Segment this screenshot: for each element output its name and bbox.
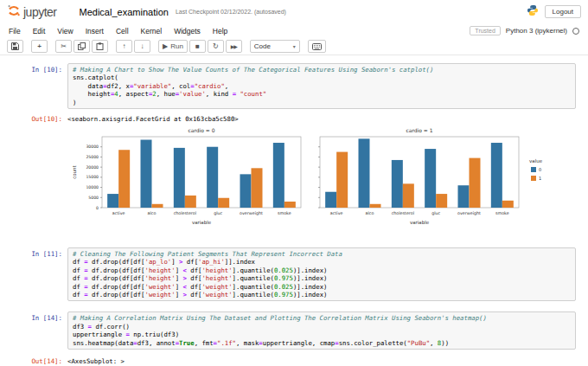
restart-kernel-button[interactable]: ↻ bbox=[208, 40, 224, 53]
output-row-out10: Out[10]: <seaborn.axisgrid.FacetGrid at … bbox=[0, 112, 576, 123]
add-cell-button[interactable]: + bbox=[31, 40, 48, 53]
svg-text:cholesterol: cholesterol bbox=[174, 211, 196, 215]
copy-icon bbox=[78, 42, 86, 50]
interrupt-kernel-button[interactable]: ■ bbox=[189, 40, 206, 53]
scissors-icon: ✂ bbox=[61, 42, 67, 50]
output-row-out14: Out[14]: <AxesSubplot: > bbox=[0, 355, 576, 365]
code-editor-in11[interactable]: # Cleaning The Following Patient Segment… bbox=[67, 247, 576, 301]
cell-type-select[interactable]: Code ▾ bbox=[250, 40, 300, 53]
jupyter-logo-icon bbox=[7, 3, 21, 21]
code-line: df = df.drop(df[df['height'] < df['heigh… bbox=[73, 266, 571, 274]
svg-text:0: 0 bbox=[96, 206, 99, 210]
svg-text:smoke: smoke bbox=[278, 211, 291, 215]
code-editor-in14[interactable]: # Making A Correlation Matrix Using The … bbox=[67, 311, 576, 350]
svg-text:20000: 20000 bbox=[86, 165, 99, 170]
code-line: df = df.drop(df[df['weight'] > df['weigh… bbox=[73, 291, 571, 299]
code-cell-in14[interactable]: In [14]: # Making A Correlation Matrix U… bbox=[0, 311, 576, 350]
menu-item-insert[interactable]: Insert bbox=[80, 27, 110, 35]
menu-item-view[interactable]: View bbox=[51, 27, 79, 35]
svg-text:0: 0 bbox=[539, 167, 541, 172]
logout-button[interactable]: Logout bbox=[545, 5, 581, 18]
menubar-right: Trusted Python 3 (ipykernel) bbox=[470, 26, 579, 35]
output-prompt: Out[10]: bbox=[0, 112, 67, 123]
svg-text:alco: alco bbox=[366, 211, 374, 215]
command-palette-button[interactable] bbox=[308, 40, 326, 53]
paste-cell-button[interactable] bbox=[92, 40, 108, 53]
output-text: <AxesSubplot: > bbox=[67, 355, 125, 365]
code-line: sns.heatmap(data=df3, annot=True, fmt=".… bbox=[73, 339, 571, 347]
figure-prompt-spacer bbox=[0, 125, 67, 239]
paste-icon bbox=[96, 42, 104, 50]
code-editor-in10[interactable]: # Making A Chart to Show The Value Count… bbox=[67, 63, 576, 109]
svg-text:active: active bbox=[112, 211, 125, 215]
notebook-area: In [10]: # Making A Chart to Show The Va… bbox=[0, 55, 588, 366]
code-line: uppertriangle = np.triu(df3) bbox=[73, 331, 571, 338]
copy-cell-button[interactable] bbox=[74, 40, 90, 53]
svg-text:cardio = 1: cardio = 1 bbox=[406, 127, 432, 133]
save-icon bbox=[11, 42, 19, 50]
menu-item-file[interactable]: File bbox=[9, 27, 27, 35]
kernel-name: Python 3 (ipykernel) bbox=[506, 27, 567, 35]
svg-text:cardio = 0: cardio = 0 bbox=[188, 127, 214, 133]
code-line: height=4, aspect=2, hue='value', kind = … bbox=[73, 90, 571, 98]
svg-text:15000: 15000 bbox=[86, 175, 99, 179]
menu-item-kernel[interactable]: Kernel bbox=[135, 27, 169, 35]
code-cell-in10[interactable]: In [10]: # Making A Chart to Show The Va… bbox=[0, 63, 576, 109]
keyboard-icon bbox=[312, 43, 322, 50]
svg-text:30000: 30000 bbox=[86, 144, 99, 149]
notebook-title[interactable]: Medical_examination bbox=[80, 7, 169, 17]
code-line: df = df.drop(df[df['height'] > df['heigh… bbox=[73, 274, 571, 282]
code-line: df = df.drop(df[df['ap_lo'] > df['ap_hi'… bbox=[73, 258, 571, 266]
svg-text:gluc: gluc bbox=[214, 211, 222, 215]
chevron-down-icon: ▾ bbox=[293, 43, 296, 49]
run-button[interactable]: ▶ Run bbox=[158, 40, 188, 53]
menu-item-cell[interactable]: Cell bbox=[110, 27, 135, 35]
menubar-items: FileEditViewInsertCellKernelWidgetsHelp bbox=[9, 27, 233, 35]
arrow-down-icon: ↓ bbox=[141, 42, 144, 50]
code-line: # Making A Chart to Show The Value Count… bbox=[73, 66, 571, 74]
svg-text:5000: 5000 bbox=[88, 196, 99, 200]
code-cell-in11[interactable]: In [11]: # Cleaning The Following Patien… bbox=[0, 247, 576, 301]
trusted-badge: Trusted bbox=[470, 26, 500, 35]
code-line: df3 = df.corr() bbox=[73, 323, 571, 331]
code-line: # Making A Correlation Matrix Using The … bbox=[73, 314, 571, 322]
menubar: FileEditViewInsertCellKernelWidgetsHelp … bbox=[0, 23, 588, 38]
input-prompt: In [11]: bbox=[0, 247, 67, 301]
run-label: Run bbox=[170, 42, 183, 50]
header-right: Logout bbox=[527, 4, 581, 20]
svg-text:variable: variable bbox=[410, 220, 430, 225]
code-line: sns.catplot( bbox=[73, 74, 571, 81]
fast-forward-icon: ▶▶ bbox=[231, 43, 237, 49]
toolbar: + ✂ ↑ ↓ ▶ Run ■ ↻ ▶▶ Code ▾ bbox=[0, 38, 588, 55]
menu-item-widgets[interactable]: Widgets bbox=[168, 27, 207, 35]
svg-text:smoke: smoke bbox=[495, 211, 509, 215]
python-logo-icon bbox=[527, 4, 539, 20]
svg-text:overweight: overweight bbox=[240, 211, 263, 215]
checkpoint-status: Last Checkpoint 02/12/2022. (autosaved) bbox=[176, 9, 286, 15]
run-icon: ▶ bbox=[163, 42, 168, 50]
menu-item-edit[interactable]: Edit bbox=[27, 27, 52, 35]
cut-cell-button[interactable]: ✂ bbox=[55, 40, 72, 53]
arrow-up-icon: ↑ bbox=[123, 42, 126, 50]
stop-icon: ■ bbox=[195, 42, 200, 50]
svg-text:gluc: gluc bbox=[431, 211, 440, 215]
move-cell-down-button[interactable]: ↓ bbox=[134, 40, 150, 53]
svg-text:variable: variable bbox=[192, 220, 212, 225]
svg-text:25000: 25000 bbox=[86, 155, 99, 159]
save-button[interactable] bbox=[7, 40, 23, 53]
catplot-figure: cardio = 0activealcocholesterolglucoverw… bbox=[67, 125, 567, 235]
jupyter-logo-text: jupyter bbox=[23, 5, 57, 19]
header: jupyter Medical_examination Last Checkpo… bbox=[0, 0, 588, 23]
restart-run-all-button[interactable]: ▶▶ bbox=[226, 40, 242, 53]
plus-icon: + bbox=[37, 42, 42, 50]
move-cell-up-button[interactable]: ↑ bbox=[116, 40, 132, 53]
catplot-output-figure: cardio = 0activealcocholesterolglucoverw… bbox=[67, 125, 576, 239]
code-line: df = df.drop(df[df['weight'] < df['weigh… bbox=[73, 283, 571, 291]
output-text: <seaborn.axisgrid.FacetGrid at 0x163cba5… bbox=[67, 112, 239, 123]
menu-item-help[interactable]: Help bbox=[207, 27, 233, 35]
svg-text:10000: 10000 bbox=[86, 185, 99, 189]
svg-text:1: 1 bbox=[539, 176, 541, 181]
svg-text:active: active bbox=[330, 211, 343, 215]
output-prompt: Out[14]: bbox=[0, 355, 67, 365]
jupyter-logo[interactable]: jupyter bbox=[7, 3, 57, 21]
